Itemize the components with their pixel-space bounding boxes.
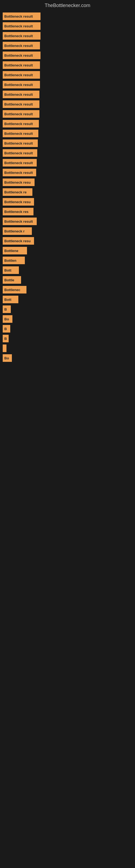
bottleneck-bar[interactable]: Bottleneck result — [3, 12, 41, 20]
site-title: TheBottlenecker.com — [0, 0, 135, 12]
bar-label: Bottlenec — [4, 288, 20, 292]
bar-row: Bo — [3, 315, 132, 323]
bar-row — [3, 344, 132, 352]
bottleneck-bar[interactable]: Bottleneck result — [3, 169, 36, 176]
bar-row: Bottleneck result — [3, 32, 132, 40]
bar-label: B — [4, 327, 7, 331]
bar-label: Bottleneck result — [4, 73, 33, 77]
bar-row: Bottleneck result — [3, 169, 132, 176]
bar-label: Bottleneck result — [4, 44, 33, 48]
bar-row: Bottle — [3, 276, 132, 284]
bottleneck-bar[interactable]: Bottleneck result — [3, 130, 38, 137]
bar-label: Bottleneck result — [4, 219, 33, 223]
bottleneck-bar[interactable]: Bo — [3, 315, 12, 323]
bar-row: Bott — [3, 296, 132, 303]
bottleneck-bar[interactable]: Bottlene — [3, 247, 27, 254]
bar-label: Bottleneck r — [4, 229, 25, 233]
bottleneck-bar[interactable]: Bottleneck result — [3, 61, 40, 69]
bottleneck-bar[interactable]: Bottlenec — [3, 286, 27, 293]
bottleneck-bar[interactable]: Bo — [3, 354, 12, 362]
bottleneck-bar[interactable]: Bottleneck result — [3, 218, 37, 225]
bar-row: Bottleneck res — [3, 208, 132, 215]
bottleneck-bar[interactable]: Bottleneck result — [3, 100, 39, 108]
bar-row: Bottleneck result — [3, 61, 132, 69]
bottleneck-bar[interactable]: B — [3, 305, 11, 313]
bar-row: Bottleneck result — [3, 91, 132, 98]
bar-label: Bottlen — [4, 258, 16, 262]
bottleneck-bar[interactable]: Bottleneck result — [3, 32, 41, 40]
bottleneck-bar[interactable]: B — [3, 325, 10, 333]
bar-label: Bott — [4, 268, 11, 272]
bar-row: Bottleneck result — [3, 12, 132, 20]
bar-label: Bottleneck result — [4, 24, 33, 28]
bottleneck-bar[interactable]: Bott — [3, 267, 19, 274]
bottleneck-bar[interactable]: B — [3, 335, 9, 342]
bar-row: Bottleneck result — [3, 71, 132, 79]
bar-row: B — [3, 305, 132, 313]
bar-label: Bottleneck result — [4, 170, 33, 175]
bottleneck-bar[interactable]: Bottleneck result — [3, 42, 40, 50]
bar-label: Bottlene — [4, 249, 18, 253]
bottleneck-bar[interactable] — [3, 344, 6, 352]
bar-label: Bottleneck result — [4, 34, 33, 38]
bottleneck-bar[interactable]: Bottleneck result — [3, 91, 39, 98]
bottleneck-bar[interactable]: Bottleneck r — [3, 227, 32, 235]
bar-label: Bottleneck resu — [4, 239, 31, 243]
bar-label: Bottleneck resu — [4, 200, 31, 204]
bottleneck-bar[interactable]: Bottle — [3, 276, 21, 284]
bar-row: B — [3, 335, 132, 342]
bar-label: Bottleneck re — [4, 190, 27, 194]
bar-label: B — [4, 337, 7, 341]
bar-label: Bottleneck result — [4, 151, 33, 155]
bar-row: Bottleneck result — [3, 81, 132, 88]
bar-label: Bottleneck res — [4, 210, 29, 214]
bar-row: Bottleneck result — [3, 130, 132, 137]
bottleneck-bar[interactable]: Bottleneck re — [3, 188, 32, 196]
bottleneck-bar[interactable]: Bottleneck result — [3, 22, 41, 30]
bottleneck-bar[interactable]: Bottleneck res — [3, 208, 34, 215]
bar-label: Bottleneck result — [4, 122, 33, 126]
bar-label: Bott — [4, 298, 11, 302]
bar-row: Bott — [3, 267, 132, 274]
bar-row: Bottleneck resu — [3, 179, 132, 186]
bottleneck-bar[interactable]: Bottleneck result — [3, 149, 37, 157]
bottleneck-bar[interactable]: Bott — [3, 296, 18, 303]
bar-row: Bottleneck result — [3, 22, 132, 30]
bottleneck-bar[interactable]: Bottleneck result — [3, 120, 39, 127]
bar-label: Bottleneck result — [4, 102, 33, 106]
bar-row: Bottleneck result — [3, 159, 132, 166]
bar-row: Bottleneck result — [3, 120, 132, 127]
bottleneck-bar[interactable]: Bottleneck result — [3, 140, 38, 147]
bar-row: Bottleneck resu — [3, 237, 132, 245]
bottleneck-bar[interactable]: Bottlen — [3, 257, 25, 264]
bar-row: Bottleneck result — [3, 100, 132, 108]
bar-row: Bottlen — [3, 257, 132, 264]
bottleneck-bar[interactable]: Bottleneck result — [3, 52, 41, 59]
bar-row: Bottlenec — [3, 286, 132, 293]
bar-row: Bottleneck re — [3, 188, 132, 196]
bar-row: Bottleneck result — [3, 110, 132, 118]
bar-label: Bottleneck result — [4, 131, 33, 135]
bottleneck-bar[interactable]: Bottleneck resu — [3, 179, 35, 186]
bar-label: Bottleneck result — [4, 63, 33, 67]
bottleneck-bar[interactable]: Bottleneck result — [3, 110, 39, 118]
bottleneck-bar[interactable]: Bottleneck resu — [3, 198, 34, 206]
bars-container: Bottleneck resultBottleneck resultBottle… — [0, 12, 135, 364]
bar-label: B — [4, 307, 7, 311]
bottleneck-bar[interactable]: Bottleneck result — [3, 159, 37, 166]
bar-row: Bottleneck result — [3, 42, 132, 50]
bar-label: Bottleneck result — [4, 14, 33, 19]
bottleneck-bar[interactable]: Bottleneck resu — [3, 237, 34, 245]
bar-row: Bottleneck r — [3, 227, 132, 235]
bar-label: Bottleneck result — [4, 83, 33, 87]
bar-row: Bo — [3, 354, 132, 362]
bar-label: Bottleneck result — [4, 93, 33, 97]
bar-row: Bottleneck result — [3, 149, 132, 157]
bar-row: Bottleneck result — [3, 140, 132, 147]
bottleneck-bar[interactable]: Bottleneck result — [3, 81, 40, 88]
bar-label: Bottleneck result — [4, 112, 33, 116]
bar-label: Bottle — [4, 278, 14, 282]
bar-row: Bottlene — [3, 247, 132, 254]
bottleneck-bar[interactable]: Bottleneck result — [3, 71, 40, 79]
bar-row: Bottleneck result — [3, 218, 132, 225]
